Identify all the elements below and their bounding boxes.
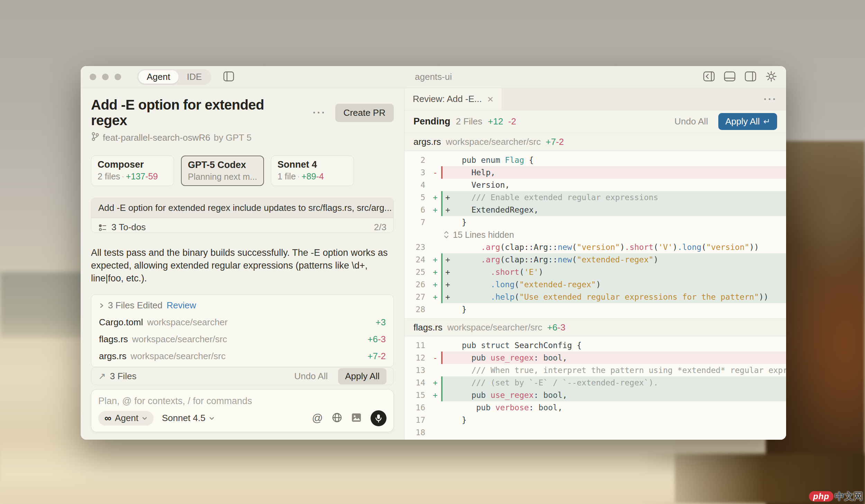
diff-file-header[interactable]: flags.rs workspace/searcher/src +6-3 <box>404 318 786 336</box>
undo-all-button[interactable]: Undo All <box>294 371 328 382</box>
panel-left-collapse-icon[interactable] <box>703 71 715 83</box>
create-pr-button[interactable]: Create PR <box>335 104 394 122</box>
settings-gear-icon[interactable] <box>765 71 777 84</box>
microphone-button[interactable] <box>371 410 386 426</box>
composer: ∞ Agent Sonnet 4.5 @ <box>91 389 394 432</box>
tab-ide[interactable]: IDE <box>179 70 210 84</box>
chevron-down-icon <box>142 416 147 421</box>
app-window: Agent IDE agents-ui <box>81 66 786 440</box>
mention-context-icon[interactable]: @ <box>312 412 323 424</box>
task-menu-icon[interactable]: ··· <box>313 107 326 119</box>
file-row-cargo-toml[interactable]: Cargo.toml workspace/searcher +3 <box>91 314 393 331</box>
git-branch-icon <box>91 132 99 144</box>
todos-progress: 2/3 <box>374 222 386 233</box>
review-link[interactable]: Review <box>167 300 196 311</box>
todos-row[interactable]: 3 To-dos 2/3 <box>91 218 393 233</box>
files-edited-label: 3 Files Edited <box>108 300 163 311</box>
task-box: Add -E option for extended regex include… <box>91 198 394 233</box>
web-globe-icon[interactable] <box>332 412 342 424</box>
diff-line: 13 /// When true, interpret the pattern … <box>404 364 786 376</box>
diff-code-flags-rs: 11 pub struct SearchConfig {12- pub use_… <box>404 336 786 440</box>
mode-switcher: Agent IDE <box>137 69 211 85</box>
pending-bar: Pending 2 Files +12 -2 Undo All Apply Al… <box>404 110 786 133</box>
diff-line: 11 pub struct SearchConfig { <box>404 339 786 352</box>
tabbar-menu-icon[interactable]: ··· <box>764 93 777 105</box>
task-title: Add -E option for extended regex <box>91 97 304 128</box>
diff-line: 27++ .help("Use extended regular express… <box>404 291 786 303</box>
arrow-up-right-icon: ↗ <box>98 371 106 382</box>
model-card-gpt5-codex[interactable]: GPT-5 Codex Planning next m... <box>181 156 264 186</box>
review-tab[interactable]: Review: Add -E... × <box>404 88 502 110</box>
model-cards: Composer 2 files·+137-59 GPT-5 Codex Pla… <box>91 156 394 186</box>
branch-name[interactable]: feat-parallel-search-oswR6 <box>103 132 210 143</box>
diff-line: 26++ .long("extended-regex") <box>404 278 786 291</box>
tab-agent[interactable]: Agent <box>138 70 179 84</box>
todo-list-icon <box>98 223 107 232</box>
agent-mode-selector[interactable]: ∞ Agent <box>98 411 154 426</box>
apply-all-button[interactable]: Apply All↵ <box>718 113 777 130</box>
diff-line: 2 pub enum Flag { <box>404 154 786 166</box>
review-panel: Review: Add -E... × ··· Pending 2 Files … <box>404 88 786 440</box>
diff-viewer[interactable]: args.rs workspace/searcher/src +7-2 2 pu… <box>404 133 786 440</box>
agent-summary-text: All tests pass and the binary builds suc… <box>91 246 394 285</box>
panel-bottom-icon[interactable] <box>724 71 736 83</box>
zoom-window-button[interactable] <box>115 74 121 80</box>
undo-all-button[interactable]: Undo All <box>674 116 708 127</box>
diff-line: 16 pub verbose: bool, <box>404 401 786 414</box>
diff-line: 6++ ExtendedRegex, <box>404 204 786 216</box>
diff-file-header[interactable]: args.rs workspace/searcher/src +7-2 <box>404 133 786 151</box>
task-prompt[interactable]: Add -E option for extended regex include… <box>91 198 393 218</box>
model-selector[interactable]: Sonnet 4.5 <box>162 413 215 423</box>
files-edited-header[interactable]: 3 Files Edited Review <box>91 297 393 314</box>
sidebar-toggle-icon[interactable] <box>223 71 234 83</box>
titlebar-actions <box>703 71 777 84</box>
diff-line: 28 } <box>404 303 786 316</box>
watermark-logo: php <box>809 491 834 502</box>
model-card-sonnet4[interactable]: Sonnet 4 1 file·+89-4 <box>271 156 354 186</box>
diff-line: 5++ /// Enable extended regular expressi… <box>404 191 786 204</box>
titlebar: Agent IDE agents-ui <box>81 66 786 88</box>
image-attach-icon[interactable] <box>351 413 362 424</box>
review-tabbar: Review: Add -E... × ··· <box>404 88 786 110</box>
window-title: agents-ui <box>415 72 452 82</box>
minimize-window-button[interactable] <box>102 74 109 80</box>
diff-line: 25++ .short('E') <box>404 266 786 278</box>
diff-line: 12- pub use_regex: bool, <box>404 352 786 364</box>
diff-line: 15+ pub use_regex: bool, <box>404 389 786 401</box>
branch-author: by GPT 5 <box>214 132 252 143</box>
panel-right-icon[interactable] <box>745 71 756 83</box>
diff-line: 4 Version, <box>404 179 786 191</box>
infinity-icon: ∞ <box>104 413 111 424</box>
diff-code-args-rs: 2 pub enum Flag {3- Help,4 Version,5++ /… <box>404 151 786 318</box>
diff-line: 23 .arg(clap::Arg::new("version").short(… <box>404 241 786 253</box>
background-sand <box>0 433 675 504</box>
files-edited-box: 3 Files Edited Review Cargo.toml workspa… <box>91 295 394 367</box>
pending-files-bar: ↗ 3 Files Undo All Apply All <box>91 367 394 385</box>
expand-hidden-lines[interactable]: 15 Lines hidden <box>404 228 786 241</box>
model-card-composer[interactable]: Composer 2 files·+137-59 <box>91 156 174 186</box>
window-controls[interactable] <box>90 74 121 80</box>
prompt-input[interactable] <box>98 396 386 407</box>
diff-line: 14+ /// (set by `-E` / `--extended-regex… <box>404 376 786 389</box>
close-tab-icon[interactable]: × <box>487 93 493 105</box>
chevron-right-icon <box>99 303 104 308</box>
diff-line: 7 } <box>404 216 786 228</box>
watermark: php 中文网 <box>809 490 863 503</box>
diff-line: 24++ .arg(clap::Arg::new("extended-regex… <box>404 253 786 266</box>
apply-all-button[interactable]: Apply All <box>338 368 386 384</box>
agent-panel: Add -E option for extended regex ··· Cre… <box>81 88 404 440</box>
file-row-flags-rs[interactable]: flags.rs workspace/searcher/src +6-3 <box>91 331 393 348</box>
files-count[interactable]: ↗ 3 Files <box>98 371 136 382</box>
chevron-down-icon <box>209 416 215 421</box>
close-window-button[interactable] <box>90 74 96 80</box>
diff-line: 3- Help, <box>404 166 786 179</box>
diff-line: 17 } <box>404 414 786 426</box>
diff-line: 18 <box>404 426 786 439</box>
return-key-icon: ↵ <box>763 117 770 127</box>
todos-label: 3 To-dos <box>111 222 146 233</box>
file-row-args-rs[interactable]: args.rs workspace/searcher/src +7-2 <box>91 348 393 365</box>
